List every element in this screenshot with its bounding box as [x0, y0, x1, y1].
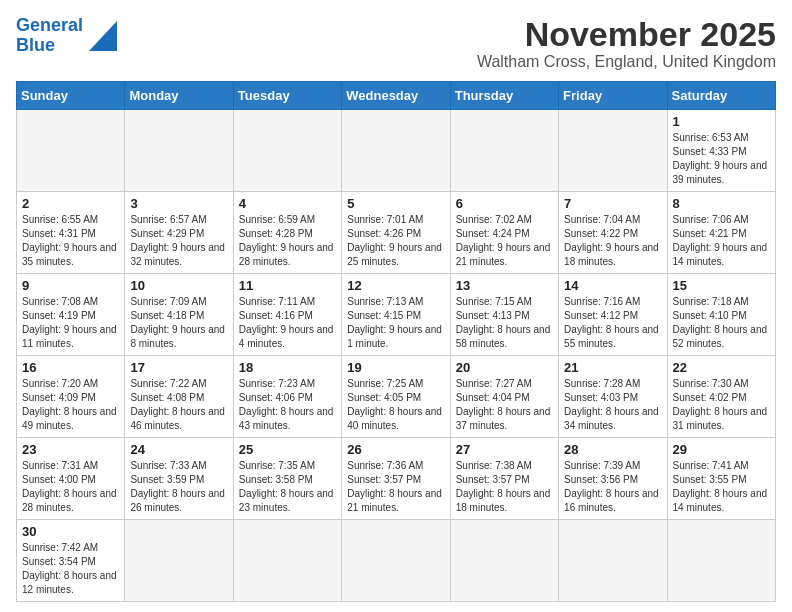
calendar-day-cell: 6Sunrise: 7:02 AMSunset: 4:24 PMDaylight…	[450, 192, 558, 274]
calendar-week-row: 9Sunrise: 7:08 AMSunset: 4:19 PMDaylight…	[17, 274, 776, 356]
day-number: 24	[130, 442, 227, 457]
logo: GeneralBlue	[16, 16, 117, 56]
weekday-header-tuesday: Tuesday	[233, 82, 341, 110]
calendar-day-cell: 17Sunrise: 7:22 AMSunset: 4:08 PMDayligh…	[125, 356, 233, 438]
day-number: 20	[456, 360, 553, 375]
day-number: 19	[347, 360, 444, 375]
day-number: 17	[130, 360, 227, 375]
calendar-day-cell	[667, 520, 775, 602]
calendar-day-cell: 28Sunrise: 7:39 AMSunset: 3:56 PMDayligh…	[559, 438, 667, 520]
day-info: Sunrise: 7:04 AMSunset: 4:22 PMDaylight:…	[564, 213, 661, 269]
calendar-day-cell	[450, 110, 558, 192]
day-info: Sunrise: 7:42 AMSunset: 3:54 PMDaylight:…	[22, 541, 119, 597]
day-info: Sunrise: 6:55 AMSunset: 4:31 PMDaylight:…	[22, 213, 119, 269]
day-info: Sunrise: 7:35 AMSunset: 3:58 PMDaylight:…	[239, 459, 336, 515]
svg-marker-0	[89, 21, 117, 51]
day-info: Sunrise: 7:23 AMSunset: 4:06 PMDaylight:…	[239, 377, 336, 433]
day-info: Sunrise: 7:41 AMSunset: 3:55 PMDaylight:…	[673, 459, 770, 515]
day-info: Sunrise: 7:33 AMSunset: 3:59 PMDaylight:…	[130, 459, 227, 515]
calendar-week-row: 23Sunrise: 7:31 AMSunset: 4:00 PMDayligh…	[17, 438, 776, 520]
day-number: 2	[22, 196, 119, 211]
day-info: Sunrise: 6:59 AMSunset: 4:28 PMDaylight:…	[239, 213, 336, 269]
header: GeneralBlue November 2025 Waltham Cross,…	[16, 16, 776, 71]
day-info: Sunrise: 7:20 AMSunset: 4:09 PMDaylight:…	[22, 377, 119, 433]
calendar-week-row: 2Sunrise: 6:55 AMSunset: 4:31 PMDaylight…	[17, 192, 776, 274]
day-info: Sunrise: 7:06 AMSunset: 4:21 PMDaylight:…	[673, 213, 770, 269]
day-info: Sunrise: 7:28 AMSunset: 4:03 PMDaylight:…	[564, 377, 661, 433]
calendar-week-row: 16Sunrise: 7:20 AMSunset: 4:09 PMDayligh…	[17, 356, 776, 438]
day-info: Sunrise: 7:18 AMSunset: 4:10 PMDaylight:…	[673, 295, 770, 351]
day-number: 3	[130, 196, 227, 211]
calendar-day-cell: 23Sunrise: 7:31 AMSunset: 4:00 PMDayligh…	[17, 438, 125, 520]
day-number: 12	[347, 278, 444, 293]
calendar-day-cell	[125, 520, 233, 602]
calendar-week-row: 30Sunrise: 7:42 AMSunset: 3:54 PMDayligh…	[17, 520, 776, 602]
day-number: 16	[22, 360, 119, 375]
calendar-day-cell	[450, 520, 558, 602]
calendar-day-cell: 14Sunrise: 7:16 AMSunset: 4:12 PMDayligh…	[559, 274, 667, 356]
day-info: Sunrise: 6:53 AMSunset: 4:33 PMDaylight:…	[673, 131, 770, 187]
day-info: Sunrise: 7:27 AMSunset: 4:04 PMDaylight:…	[456, 377, 553, 433]
day-info: Sunrise: 7:01 AMSunset: 4:26 PMDaylight:…	[347, 213, 444, 269]
day-number: 22	[673, 360, 770, 375]
calendar-week-row: 1Sunrise: 6:53 AMSunset: 4:33 PMDaylight…	[17, 110, 776, 192]
day-number: 1	[673, 114, 770, 129]
day-number: 25	[239, 442, 336, 457]
calendar-day-cell: 10Sunrise: 7:09 AMSunset: 4:18 PMDayligh…	[125, 274, 233, 356]
calendar-day-cell: 30Sunrise: 7:42 AMSunset: 3:54 PMDayligh…	[17, 520, 125, 602]
calendar-day-cell: 25Sunrise: 7:35 AMSunset: 3:58 PMDayligh…	[233, 438, 341, 520]
calendar-day-cell: 5Sunrise: 7:01 AMSunset: 4:26 PMDaylight…	[342, 192, 450, 274]
calendar-day-cell: 21Sunrise: 7:28 AMSunset: 4:03 PMDayligh…	[559, 356, 667, 438]
logo-icon	[89, 21, 117, 51]
calendar-day-cell	[233, 520, 341, 602]
calendar-day-cell: 16Sunrise: 7:20 AMSunset: 4:09 PMDayligh…	[17, 356, 125, 438]
location-title: Waltham Cross, England, United Kingdom	[477, 53, 776, 71]
day-info: Sunrise: 7:02 AMSunset: 4:24 PMDaylight:…	[456, 213, 553, 269]
calendar-day-cell	[233, 110, 341, 192]
day-number: 13	[456, 278, 553, 293]
day-info: Sunrise: 7:25 AMSunset: 4:05 PMDaylight:…	[347, 377, 444, 433]
day-number: 18	[239, 360, 336, 375]
title-area: November 2025 Waltham Cross, England, Un…	[477, 16, 776, 71]
day-number: 15	[673, 278, 770, 293]
calendar-day-cell: 4Sunrise: 6:59 AMSunset: 4:28 PMDaylight…	[233, 192, 341, 274]
day-number: 26	[347, 442, 444, 457]
calendar-day-cell	[342, 520, 450, 602]
calendar: SundayMondayTuesdayWednesdayThursdayFrid…	[16, 81, 776, 602]
calendar-day-cell: 20Sunrise: 7:27 AMSunset: 4:04 PMDayligh…	[450, 356, 558, 438]
weekday-header-sunday: Sunday	[17, 82, 125, 110]
calendar-day-cell	[125, 110, 233, 192]
day-number: 27	[456, 442, 553, 457]
day-info: Sunrise: 7:31 AMSunset: 4:00 PMDaylight:…	[22, 459, 119, 515]
calendar-day-cell: 7Sunrise: 7:04 AMSunset: 4:22 PMDaylight…	[559, 192, 667, 274]
calendar-day-cell: 15Sunrise: 7:18 AMSunset: 4:10 PMDayligh…	[667, 274, 775, 356]
day-number: 7	[564, 196, 661, 211]
calendar-day-cell: 3Sunrise: 6:57 AMSunset: 4:29 PMDaylight…	[125, 192, 233, 274]
calendar-day-cell: 26Sunrise: 7:36 AMSunset: 3:57 PMDayligh…	[342, 438, 450, 520]
day-info: Sunrise: 7:11 AMSunset: 4:16 PMDaylight:…	[239, 295, 336, 351]
day-number: 10	[130, 278, 227, 293]
day-number: 4	[239, 196, 336, 211]
day-number: 21	[564, 360, 661, 375]
calendar-day-cell: 9Sunrise: 7:08 AMSunset: 4:19 PMDaylight…	[17, 274, 125, 356]
calendar-day-cell: 13Sunrise: 7:15 AMSunset: 4:13 PMDayligh…	[450, 274, 558, 356]
calendar-day-cell: 27Sunrise: 7:38 AMSunset: 3:57 PMDayligh…	[450, 438, 558, 520]
day-number: 23	[22, 442, 119, 457]
calendar-day-cell: 11Sunrise: 7:11 AMSunset: 4:16 PMDayligh…	[233, 274, 341, 356]
day-info: Sunrise: 7:38 AMSunset: 3:57 PMDaylight:…	[456, 459, 553, 515]
day-info: Sunrise: 7:39 AMSunset: 3:56 PMDaylight:…	[564, 459, 661, 515]
calendar-day-cell: 24Sunrise: 7:33 AMSunset: 3:59 PMDayligh…	[125, 438, 233, 520]
calendar-day-cell: 18Sunrise: 7:23 AMSunset: 4:06 PMDayligh…	[233, 356, 341, 438]
day-number: 28	[564, 442, 661, 457]
day-info: Sunrise: 7:22 AMSunset: 4:08 PMDaylight:…	[130, 377, 227, 433]
day-number: 11	[239, 278, 336, 293]
calendar-day-cell: 8Sunrise: 7:06 AMSunset: 4:21 PMDaylight…	[667, 192, 775, 274]
calendar-day-cell	[559, 110, 667, 192]
calendar-day-cell: 2Sunrise: 6:55 AMSunset: 4:31 PMDaylight…	[17, 192, 125, 274]
weekday-header-monday: Monday	[125, 82, 233, 110]
day-number: 14	[564, 278, 661, 293]
day-info: Sunrise: 7:08 AMSunset: 4:19 PMDaylight:…	[22, 295, 119, 351]
day-number: 29	[673, 442, 770, 457]
day-number: 5	[347, 196, 444, 211]
day-number: 9	[22, 278, 119, 293]
